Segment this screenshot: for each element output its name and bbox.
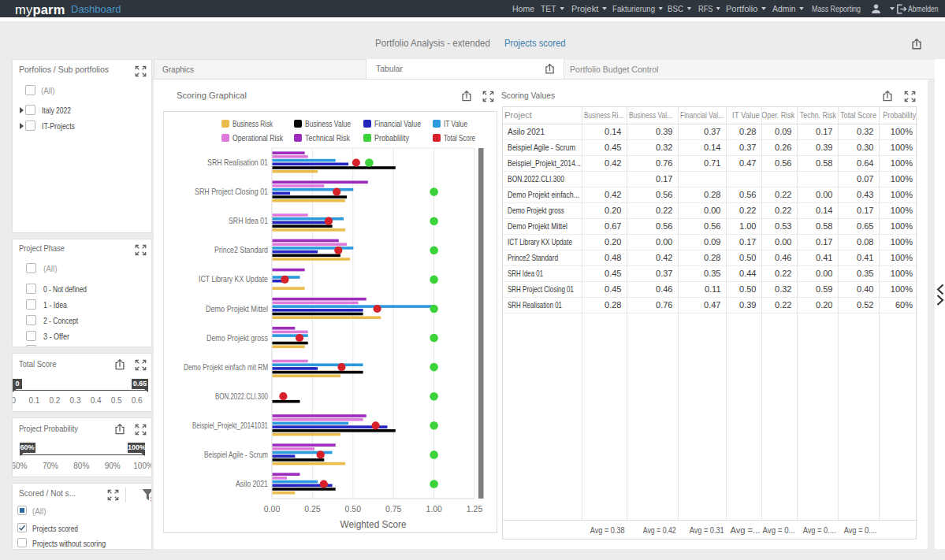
svg-text:SRH Idea 01: SRH Idea 01 (229, 216, 268, 225)
svg-text:Financial Value: Financial Value (374, 119, 421, 128)
svg-text:SRH Realisation 01: SRH Realisation 01 (207, 158, 268, 167)
svg-text:Demo Projekt einfach mit RM: Demo Projekt einfach mit RM (184, 362, 268, 372)
svg-text:Business Risk: Business Risk (233, 119, 273, 128)
svg-text:1.25: 1.25 (467, 504, 483, 514)
svg-text:Technical Risk: Technical Risk (305, 133, 350, 143)
svg-text:Probablility: Probablility (374, 133, 409, 143)
svg-text:Operational Risk: Operational Risk (233, 133, 283, 143)
svg-text:0.00: 0.00 (264, 504, 281, 514)
svg-text:IT Value: IT Value (444, 119, 467, 128)
svg-text:Demo Projekt gross: Demo Projekt gross (206, 333, 268, 343)
svg-text:SRH Project Closing 01: SRH Project Closing 01 (195, 187, 268, 196)
svg-text:Beispiel_Projekt_20141031: Beispiel_Projekt_20141031 (192, 421, 268, 430)
svg-text:Demo Projekt Mittel: Demo Projekt Mittel (206, 304, 268, 313)
svg-text:Total Score: Total Score (444, 133, 475, 143)
svg-text:Prince2 Standard: Prince2 Standard (214, 245, 268, 254)
svg-text:ICT Library KX Update: ICT Library KX Update (199, 274, 268, 284)
svg-text:1.00: 1.00 (426, 504, 442, 514)
svg-text:Business Value: Business Value (305, 119, 351, 128)
svg-text:BON.2022.CLI.300: BON.2022.CLI.300 (215, 391, 268, 401)
svg-text:0.75: 0.75 (385, 504, 402, 514)
svg-text:Weighted Score: Weighted Score (340, 518, 407, 530)
svg-text:Beispiel Agile - Scrum: Beispiel Agile - Scrum (204, 450, 268, 459)
svg-text:0.25: 0.25 (304, 504, 321, 514)
svg-text:0.50: 0.50 (345, 504, 362, 514)
svg-text:Asilo 2021: Asilo 2021 (236, 479, 268, 488)
